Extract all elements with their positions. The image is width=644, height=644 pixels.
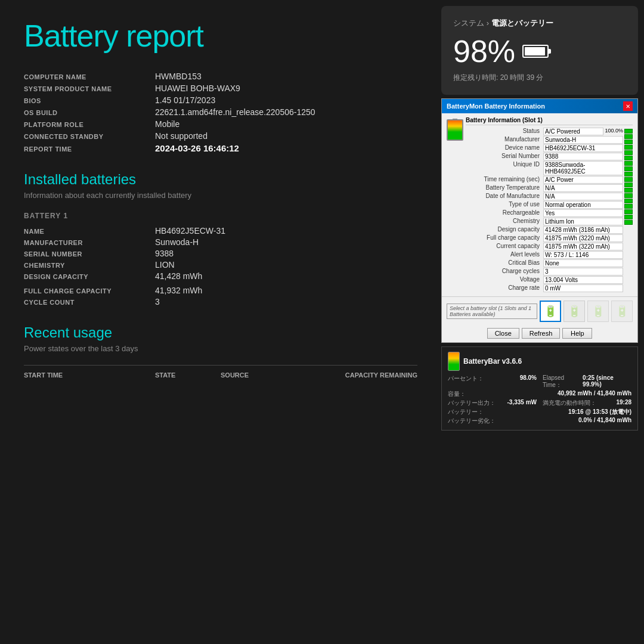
platform-role-row: PLATFORM ROLE Mobile	[24, 119, 417, 129]
platform-role-label: PLATFORM ROLE	[24, 121, 155, 128]
bm-alert-levels-label: Alert levels	[466, 251, 543, 259]
battery-full-charge-label: FULL CHARGE CAPACITY	[24, 287, 155, 295]
bm-current-capacity-label: Current capacity	[466, 243, 543, 250]
bm-full-charge-row: Full charge capacity 41875 mWh (3220 mAh…	[466, 234, 623, 242]
bm-rows-area: Status A/C Powered 100.0% Manufacturer S…	[466, 128, 623, 293]
bb-elapsed-value: 0:25 (since 99.9%)	[583, 374, 631, 389]
bios-row: BIOS 1.45 01/17/2023	[24, 95, 417, 105]
bm-date-manufacture-label: Date of Manufacture	[466, 193, 543, 200]
win11-nav-power: 電源とバッテリー	[491, 18, 553, 27]
bm-design-capacity-label: Design capacity	[466, 226, 543, 234]
bm-bar-15	[624, 204, 633, 209]
bm-charge-cycles-label: Charge cycles	[466, 268, 543, 275]
battery-manufacturer-value: Sunwoda-H	[155, 237, 199, 247]
battery-serial-label: SERIAL NUMBER	[24, 250, 155, 258]
bb-output-row: バッテリー出力： -3,335 mW	[448, 399, 537, 407]
os-build-label: OS BUILD	[24, 109, 155, 116]
battery-cycle-count-label: CYCLE COUNT	[24, 299, 155, 306]
bb-degradation-label: バッテリー劣化：	[448, 417, 496, 425]
bb-title: BatteryBar v3.6.6	[463, 357, 522, 366]
bb-battery-icon	[448, 352, 460, 371]
bm-status-pct: 100.0%	[603, 128, 623, 135]
col-start-header: START TIME	[24, 371, 155, 379]
bm-device-name-value: HB4692J5ECW-31	[543, 144, 623, 152]
battery-serial-value: 9388	[155, 249, 174, 258]
bb-degradation-row: バッテリー劣化： 0.0% / 41,840 mWh	[448, 417, 631, 425]
bm-bar-7	[624, 161, 633, 166]
bm-charge-cycles-value: 3	[543, 268, 623, 275]
battery-tip	[453, 119, 457, 120]
battery-table: NAME HB4692J5ECW-31 MANUFACTURER Sunwoda…	[24, 226, 417, 306]
slot-icon-3[interactable]: 🔋	[587, 301, 609, 322]
bm-chemistry-label: Chemistry	[466, 218, 543, 225]
battery-design-capacity-value: 41,428 mWh	[155, 271, 202, 281]
win11-battery-widget: システム › 電源とバッテリー 98% 推定残り時間: 20 時間 39 分	[441, 6, 638, 95]
batterymon-dialog[interactable]: BatteryMon Battery Information ✕ Battery…	[441, 98, 638, 343]
win11-time-value: 20 時間 39 分	[500, 73, 544, 82]
battery-chemistry-value: LION	[155, 260, 175, 270]
bm-design-capacity-value: 41428 mWh (3186 mAh)	[543, 226, 623, 234]
bm-voltage-label: Voltage	[466, 276, 543, 284]
bios-label: BIOS	[24, 97, 155, 104]
battery-chemistry-row: CHEMISTRY LION	[24, 260, 417, 270]
dialog-body: Battery Information (Slot 1) Status A/C …	[442, 113, 637, 296]
bm-manufacturer-row: Manufacturer Sunwoda-H	[466, 136, 623, 144]
bm-bar-3	[624, 140, 633, 144]
bm-alert-levels-value: W: 573 / L: 1146	[543, 251, 623, 259]
battery-full-charge-value: 41,932 mWh	[155, 286, 202, 295]
bm-indicator-bars	[624, 128, 633, 293]
main-container: Battery report COMPUTER NAME HWMBD153 SY…	[0, 0, 644, 644]
slot-icon-4[interactable]: 🔋	[611, 301, 633, 322]
installed-batteries-section: Installed batteries Information about ea…	[24, 171, 417, 306]
help-button[interactable]: Help	[562, 328, 592, 339]
bm-bar-8	[624, 166, 633, 171]
slot-select-title: Select a battery slot (1 Slots and 1 Bat…	[447, 304, 537, 319]
bm-bar-10	[624, 177, 633, 182]
bb-degradation-value: 0.0% / 41,840 mWh	[578, 417, 631, 425]
bb-battery-value: 19:16 @ 13:53 (放電中)	[568, 408, 631, 416]
bb-full-charge-time-label: 満充電の動作時間：	[543, 399, 596, 407]
win11-battery-icon	[522, 45, 549, 58]
bm-manufacturer-label: Manufacturer	[466, 136, 543, 144]
win11-battery-percentage: 98%	[453, 33, 626, 69]
bb-full-charge-time-row: 満充電の動作時間： 19:28	[543, 399, 631, 407]
bm-type-of-use-value: Normal operation	[543, 201, 623, 209]
bm-voltage-value: 13.004 Volts	[543, 276, 623, 284]
bm-status-row: Status A/C Powered 100.0%	[466, 128, 623, 135]
bm-unique-id-value: 9388Sunwoda-HHB4692J5EC	[543, 161, 623, 175]
bm-current-capacity-value: 41875 mWh (3220 mAh)	[543, 243, 623, 250]
bm-full-charge-value: 41875 mWh (3220 mAh)	[543, 234, 623, 242]
slot-icon-1[interactable]: 🔋	[540, 301, 561, 322]
report-time-value: 2024-03-26 16:46:12	[155, 143, 239, 153]
dialog-close-button[interactable]: ✕	[623, 101, 633, 111]
recent-table-header: START TIME STATE SOURCE CAPACITY REMAINI…	[24, 365, 417, 379]
close-button[interactable]: Close	[487, 328, 519, 339]
bm-full-charge-label: Full charge capacity	[466, 234, 543, 242]
bb-full-charge-time-value: 19:28	[616, 399, 631, 407]
col-capacity-header: CAPACITY REMAINING	[286, 371, 417, 379]
bb-capacity-label: 容量：	[448, 390, 466, 398]
batterybar-widget: BatteryBar v3.6.6 パーセント： 98.0% Elapsed T…	[441, 346, 638, 431]
bm-critical-bias-value: None	[543, 259, 623, 267]
computer-name-row: COMPUTER NAME HWMBD153	[24, 72, 417, 81]
bm-bar-13	[624, 193, 633, 198]
battery-chemistry-label: CHEMISTRY	[24, 262, 155, 269]
slot-icon-2[interactable]: 🔋	[564, 301, 585, 322]
bb-capacity-value: 40,992 mWh / 41,840 mWh	[558, 390, 631, 398]
bm-bar-1	[624, 129, 633, 134]
refresh-button[interactable]: Refresh	[522, 328, 561, 339]
bb-elapsed-label: Elapsed Time：	[543, 374, 583, 389]
system-product-value: HUAWEI BOHB-WAX9	[155, 83, 240, 93]
os-build-value: 22621.1.amd64fre.ni_release.220506-1250	[155, 107, 315, 117]
bm-charge-rate-value: 0 mW	[543, 284, 623, 292]
bm-design-capacity-row: Design capacity 41428 mWh (3186 mAh)	[466, 226, 623, 234]
connected-standby-label: CONNECTED STANDBY	[24, 133, 155, 140]
bm-type-of-use-label: Type of use	[466, 201, 543, 209]
battery-full-charge-row: FULL CHARGE CAPACITY 41,932 mWh	[24, 286, 417, 295]
bm-alert-levels-row: Alert levels W: 573 / L: 1146	[466, 251, 623, 259]
bm-time-remaining-row: Time remaining (sec) A/C Power	[466, 176, 623, 184]
bm-serial-value: 9388	[543, 153, 623, 160]
system-product-label: SYSTEM PRODUCT NAME	[24, 85, 155, 92]
bm-bar-5	[624, 150, 633, 155]
bm-type-of-use-row: Type of use Normal operation	[466, 201, 623, 209]
